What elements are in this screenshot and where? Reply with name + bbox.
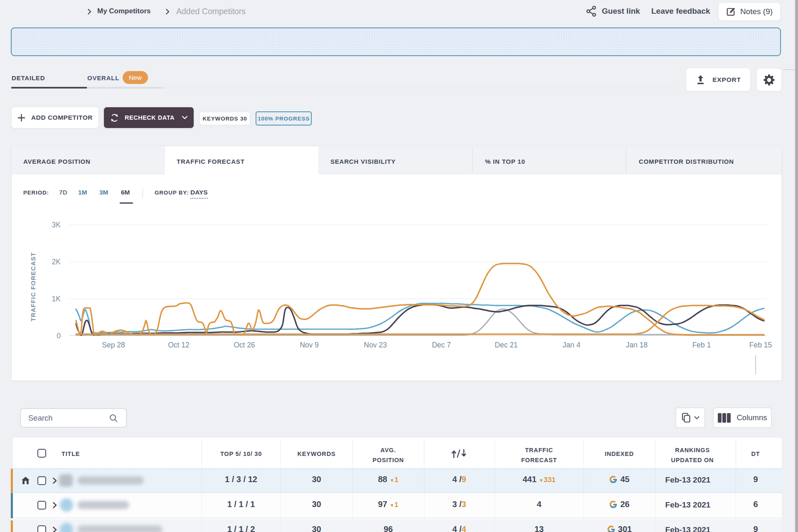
svg-text:3K: 3K — [52, 221, 61, 229]
svg-text:Feb 15: Feb 15 — [749, 341, 772, 349]
svg-text:1K: 1K — [52, 295, 61, 303]
svg-text:Oct 26: Oct 26 — [234, 341, 255, 349]
svg-text:0: 0 — [57, 332, 61, 340]
svg-text:Sep 28: Sep 28 — [102, 341, 125, 349]
svg-text:TRAFFIC FORECAST: TRAFFIC FORECAST — [30, 252, 37, 322]
svg-text:Oct 12: Oct 12 — [168, 341, 190, 349]
svg-text:Dec 7: Dec 7 — [432, 341, 451, 349]
svg-text:Jan 18: Jan 18 — [626, 341, 648, 349]
svg-text:Nov 9: Nov 9 — [300, 341, 319, 349]
svg-text:2K: 2K — [52, 258, 61, 266]
svg-text:Feb 1: Feb 1 — [692, 341, 711, 349]
svg-text:Dec 21: Dec 21 — [495, 341, 517, 349]
svg-text:Nov 23: Nov 23 — [364, 341, 387, 349]
svg-text:Jan 4: Jan 4 — [563, 341, 581, 349]
